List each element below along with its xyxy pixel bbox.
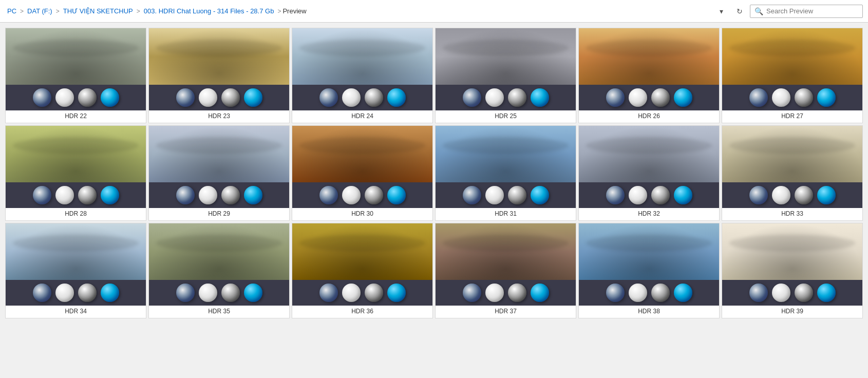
item-label: HDR 35 — [208, 308, 230, 315]
breadcrumb-dat[interactable]: DAT (F:) — [25, 6, 54, 16]
grid-item-hdr32[interactable]: HDR 32 — [578, 125, 720, 221]
dropdown-button[interactable]: ▾ — [713, 3, 729, 20]
item-label: HDR 38 — [638, 308, 660, 315]
grid-item-hdr30[interactable]: HDR 30 — [292, 125, 433, 221]
spheres-row — [6, 280, 146, 306]
item-label: HDR 27 — [781, 112, 803, 120]
hdr-scene-image — [149, 223, 289, 280]
sphere-white — [772, 186, 790, 204]
item-label: HDR 37 — [495, 308, 517, 315]
sphere-white — [772, 88, 790, 107]
thumbnail-container — [6, 126, 146, 208]
item-label: HDR 23 — [208, 112, 230, 120]
sphere-glass — [749, 284, 768, 302]
search-box: 🔍 — [750, 5, 863, 18]
sphere-glass — [749, 88, 768, 107]
item-label: HDR 30 — [351, 210, 373, 217]
search-input[interactable] — [766, 7, 858, 15]
sphere-blue — [674, 88, 692, 107]
item-label: HDR 31 — [495, 210, 517, 217]
spheres-row — [722, 85, 862, 110]
sphere-white — [629, 186, 647, 204]
sphere-blue — [531, 88, 549, 107]
refresh-button[interactable]: ↻ — [731, 3, 748, 20]
thumbnail-container — [6, 28, 146, 110]
spheres-row — [722, 182, 862, 208]
breadcrumb-current: Preview — [282, 7, 306, 15]
hdr-scene-image — [6, 126, 146, 182]
sphere-glass — [33, 186, 51, 204]
item-label: HDR 34 — [65, 308, 87, 315]
sphere-chrome — [508, 284, 526, 302]
grid-item-hdr24[interactable]: HDR 24 — [292, 28, 433, 123]
sphere-blue — [387, 284, 406, 302]
sphere-chrome — [78, 88, 97, 107]
hdr-scene-image — [292, 126, 432, 182]
hdr-scene-image — [149, 28, 289, 85]
spheres-row — [149, 280, 289, 306]
sphere-glass — [33, 284, 51, 302]
item-label: HDR 24 — [351, 112, 373, 120]
item-label: HDR 29 — [208, 210, 230, 217]
thumbnail-container — [149, 28, 289, 110]
grid-item-hdr36[interactable]: HDR 36 — [292, 223, 433, 318]
hdr-scene-image — [579, 223, 719, 280]
sphere-blue — [101, 88, 119, 107]
grid-item-hdr23[interactable]: HDR 23 — [148, 28, 290, 123]
spheres-row — [292, 85, 432, 110]
thumbnail-container — [579, 28, 719, 110]
item-label: HDR 22 — [65, 112, 87, 120]
item-label: HDR 25 — [495, 112, 517, 120]
hdr-scene-image — [292, 223, 432, 280]
sphere-glass — [319, 88, 338, 107]
sphere-glass — [33, 88, 51, 107]
sphere-chrome — [365, 88, 383, 107]
sphere-blue — [817, 186, 836, 204]
grid-item-hdr38[interactable]: HDR 38 — [578, 223, 720, 318]
spheres-row — [722, 280, 862, 306]
grid-item-hdr29[interactable]: HDR 29 — [148, 125, 290, 221]
sphere-blue — [531, 186, 549, 204]
sphere-white — [55, 284, 74, 302]
item-label: HDR 26 — [638, 112, 660, 120]
thumbnail-container — [436, 126, 576, 208]
hdr-scene-image — [722, 223, 862, 280]
sphere-white — [629, 88, 647, 107]
breadcrumb-library[interactable]: THƯ VIỆN SKETCHUP — [61, 6, 135, 16]
thumbnail-container — [579, 126, 719, 208]
sphere-chrome — [795, 186, 813, 204]
grid-item-hdr28[interactable]: HDR 28 — [5, 125, 146, 221]
grid-item-hdr22[interactable]: HDR 22 — [5, 28, 146, 123]
header-bar: PC > DAT (F:) > THƯ VIỆN SKETCHUP > 003.… — [0, 0, 868, 23]
sphere-blue — [674, 186, 692, 204]
breadcrumb-pc[interactable]: PC — [5, 6, 18, 16]
grid-item-hdr37[interactable]: HDR 37 — [435, 223, 576, 318]
spheres-row — [6, 182, 146, 208]
breadcrumb-folder[interactable]: 003. HDRI Chat Luong - 314 Files - 28.7 … — [142, 6, 276, 16]
grid-item-hdr39[interactable]: HDR 39 — [722, 223, 863, 318]
thumbnail-container — [149, 126, 289, 208]
grid-item-hdr27[interactable]: HDR 27 — [722, 28, 863, 123]
grid-item-hdr33[interactable]: HDR 33 — [722, 125, 863, 221]
spheres-row — [436, 85, 576, 110]
sphere-glass — [176, 88, 195, 107]
sphere-white — [199, 186, 217, 204]
sphere-blue — [101, 186, 119, 204]
sphere-chrome — [221, 186, 240, 204]
grid-item-hdr35[interactable]: HDR 35 — [148, 223, 290, 318]
thumbnail-container — [149, 223, 289, 306]
hdr-scene-image — [149, 126, 289, 182]
grid-item-hdr26[interactable]: HDR 26 — [578, 28, 720, 123]
thumbnail-container — [292, 223, 432, 306]
spheres-row — [149, 85, 289, 110]
spheres-row — [436, 280, 576, 306]
grid-item-hdr25[interactable]: HDR 25 — [435, 28, 576, 123]
sphere-white — [342, 284, 361, 302]
grid-item-hdr34[interactable]: HDR 34 — [5, 223, 146, 318]
sphere-glass — [176, 186, 195, 204]
grid-item-hdr31[interactable]: HDR 31 — [435, 125, 576, 221]
item-label: HDR 28 — [65, 210, 87, 217]
sphere-glass — [606, 284, 625, 302]
header-controls: ▾ ↻ 🔍 — [713, 3, 863, 20]
sphere-white — [772, 284, 790, 302]
